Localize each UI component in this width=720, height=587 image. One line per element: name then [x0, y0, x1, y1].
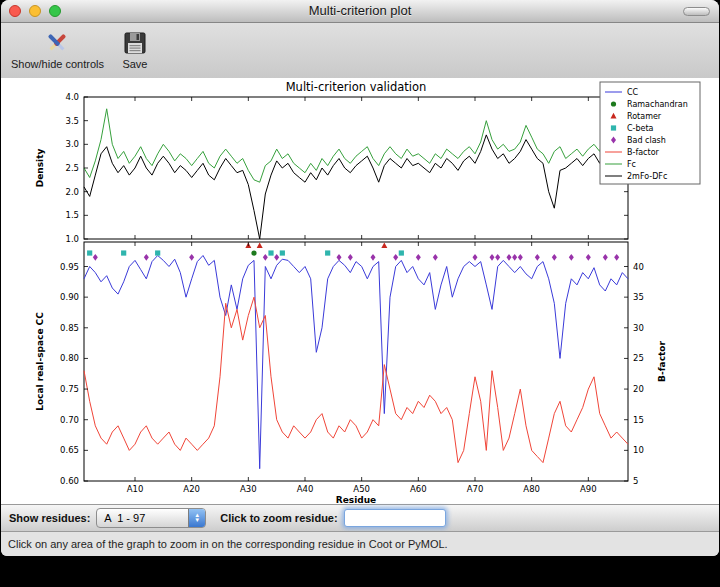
svg-text:Local real-space CC: Local real-space CC — [35, 312, 45, 411]
svg-text:A60: A60 — [410, 484, 427, 494]
svg-text:10: 10 — [633, 445, 644, 455]
popup-arrows-icon: ▲▼ — [188, 509, 205, 527]
svg-text:5: 5 — [633, 476, 638, 486]
svg-text:0.60: 0.60 — [60, 476, 79, 486]
svg-text:2mFo-DFc: 2mFo-DFc — [627, 172, 667, 181]
svg-text:40: 40 — [633, 262, 644, 272]
window-title: Multi-criterion plot — [1, 0, 719, 22]
close-button[interactable] — [9, 5, 21, 17]
svg-text:3.0: 3.0 — [65, 139, 79, 149]
title-bar: Multi-criterion plot — [1, 0, 719, 23]
svg-text:2.5: 2.5 — [65, 163, 79, 173]
svg-text:A50: A50 — [353, 484, 370, 494]
svg-text:B-factor: B-factor — [627, 148, 660, 157]
residue-range-value: A 1 - 97 — [97, 509, 188, 527]
svg-text:Density: Density — [35, 149, 45, 188]
svg-text:25: 25 — [633, 353, 644, 363]
svg-text:CC: CC — [627, 88, 639, 97]
svg-text:2.0: 2.0 — [65, 187, 79, 197]
status-bar: Click on any area of the graph to zoom i… — [1, 531, 719, 556]
svg-text:0.75: 0.75 — [60, 384, 79, 394]
svg-text:20: 20 — [633, 384, 644, 394]
toolbar-toggle-capsule[interactable] — [683, 7, 710, 16]
status-text: Click on any area of the graph to zoom i… — [8, 538, 448, 550]
svg-text:Residue: Residue — [336, 495, 376, 504]
svg-text:A20: A20 — [183, 484, 200, 494]
svg-text:0.65: 0.65 — [60, 445, 79, 455]
show-hide-controls-button[interactable]: Show/hide controls — [11, 29, 104, 70]
minimize-button[interactable] — [29, 5, 41, 17]
tools-icon — [44, 29, 70, 57]
save-icon — [122, 29, 148, 57]
save-button[interactable]: Save — [122, 29, 148, 70]
svg-text:3.5: 3.5 — [65, 116, 79, 126]
svg-text:A40: A40 — [297, 484, 314, 494]
show-residues-label: Show residues: — [9, 512, 90, 524]
svg-text:A70: A70 — [467, 484, 484, 494]
svg-text:A90: A90 — [580, 484, 597, 494]
svg-text:30: 30 — [633, 323, 644, 333]
controls-bar: Show residues: A 1 - 97 ▲▼ Click to zoom… — [1, 504, 719, 531]
svg-text:Ramachandran: Ramachandran — [627, 100, 688, 109]
svg-text:B-factor: B-factor — [657, 341, 667, 382]
zoom-residue-label: Click to zoom residue: — [220, 512, 337, 524]
svg-text:15: 15 — [633, 415, 644, 425]
svg-text:4.0: 4.0 — [65, 92, 79, 102]
svg-text:0.95: 0.95 — [60, 262, 79, 272]
svg-text:C-beta: C-beta — [627, 124, 654, 133]
toolbar: Show/hide controls Save — [1, 23, 719, 84]
residue-range-select[interactable]: A 1 - 97 ▲▼ — [96, 508, 206, 528]
svg-text:Rotamer: Rotamer — [627, 112, 662, 121]
toolbar-item-label: Show/hide controls — [11, 58, 104, 70]
svg-text:35: 35 — [633, 292, 644, 302]
svg-text:0.80: 0.80 — [60, 353, 79, 363]
svg-text:1.0: 1.0 — [65, 234, 79, 244]
toolbar-item-label: Save — [122, 58, 147, 70]
zoom-window-button[interactable] — [49, 5, 61, 17]
svg-text:0.85: 0.85 — [60, 323, 79, 333]
svg-text:Bad clash: Bad clash — [627, 136, 666, 145]
traffic-lights — [9, 5, 61, 17]
zoom-residue-input[interactable] — [344, 509, 446, 527]
svg-text:A30: A30 — [240, 484, 257, 494]
svg-text:A80: A80 — [523, 484, 540, 494]
multi-criterion-chart[interactable]: 1.01.52.02.53.03.54.00.600.650.700.750.8… — [1, 78, 719, 504]
plot-figure: 1.01.52.02.53.03.54.00.600.650.700.750.8… — [1, 78, 719, 504]
svg-text:1.5: 1.5 — [65, 210, 79, 220]
svg-text:0.90: 0.90 — [60, 292, 79, 302]
svg-text:Fc: Fc — [627, 160, 636, 169]
svg-text:A10: A10 — [127, 484, 144, 494]
app-window: Multi-criterion plot Show/hide controls — [1, 0, 719, 556]
svg-text:0.70: 0.70 — [60, 415, 79, 425]
svg-text:Multi-criterion validation: Multi-criterion validation — [286, 80, 427, 94]
